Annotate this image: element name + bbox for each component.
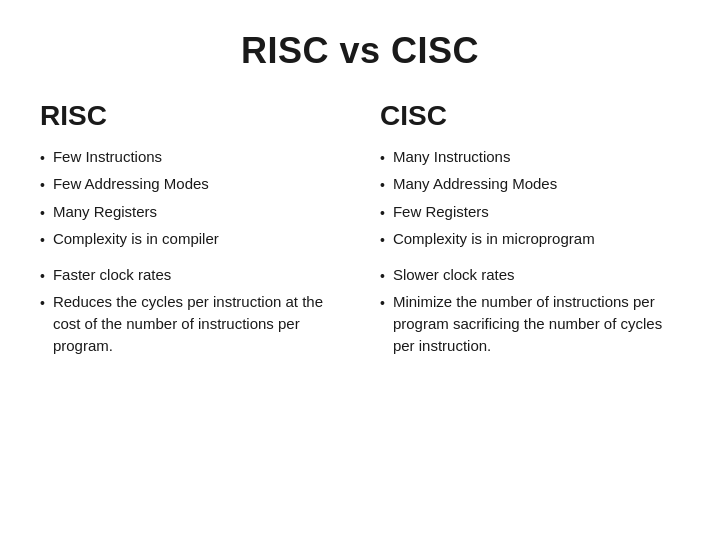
cisc-heading: CISC [380,100,680,132]
cisc-item-5: Slower clock rates [393,264,515,286]
columns-container: RISC • Few Instructions • Few Addressing… [40,100,680,520]
bullet-icon: • [40,230,45,250]
risc-item-1: Few Instructions [53,146,162,168]
list-item: • Faster clock rates [40,264,340,286]
cisc-item-6: Minimize the number of instructions per … [393,291,680,356]
page: RISC vs CISC RISC • Few Instructions • F… [0,0,720,540]
risc-item-4: Complexity is in compiler [53,228,219,250]
bullet-icon: • [40,266,45,286]
list-item: • Reduces the cycles per instruction at … [40,291,340,356]
list-item: • Few Addressing Modes [40,173,340,195]
cisc-item-2: Many Addressing Modes [393,173,557,195]
cisc-item-1: Many Instructions [393,146,511,168]
page-title: RISC vs CISC [40,30,680,72]
bullet-icon: • [380,266,385,286]
bullet-icon: • [40,175,45,195]
cisc-column: CISC • Many Instructions • Many Addressi… [360,100,680,520]
cisc-item-3: Few Registers [393,201,489,223]
list-item: • Complexity is in microprogram [380,228,680,250]
list-item: • Many Registers [40,201,340,223]
bullet-icon: • [40,293,45,313]
risc-top-list: • Few Instructions • Few Addressing Mode… [40,146,340,250]
cisc-top-list: • Many Instructions • Many Addressing Mo… [380,146,680,250]
risc-heading: RISC [40,100,340,132]
bullet-icon: • [380,203,385,223]
bullet-icon: • [40,203,45,223]
list-item: • Minimize the number of instructions pe… [380,291,680,356]
bullet-icon: • [380,175,385,195]
cisc-bottom-list: • Slower clock rates • Minimize the numb… [380,264,680,357]
bullet-icon: • [380,148,385,168]
risc-item-3: Many Registers [53,201,157,223]
risc-item-5: Faster clock rates [53,264,171,286]
bullet-icon: • [40,148,45,168]
risc-bottom-list: • Faster clock rates • Reduces the cycle… [40,264,340,357]
bullet-icon: • [380,230,385,250]
cisc-item-4: Complexity is in microprogram [393,228,595,250]
bullet-icon: • [380,293,385,313]
risc-column: RISC • Few Instructions • Few Addressing… [40,100,360,520]
list-item: • Few Instructions [40,146,340,168]
list-item: • Few Registers [380,201,680,223]
list-item: • Many Instructions [380,146,680,168]
risc-item-6: Reduces the cycles per instruction at th… [53,291,340,356]
risc-item-2: Few Addressing Modes [53,173,209,195]
list-item: • Many Addressing Modes [380,173,680,195]
list-item: • Slower clock rates [380,264,680,286]
list-item: • Complexity is in compiler [40,228,340,250]
